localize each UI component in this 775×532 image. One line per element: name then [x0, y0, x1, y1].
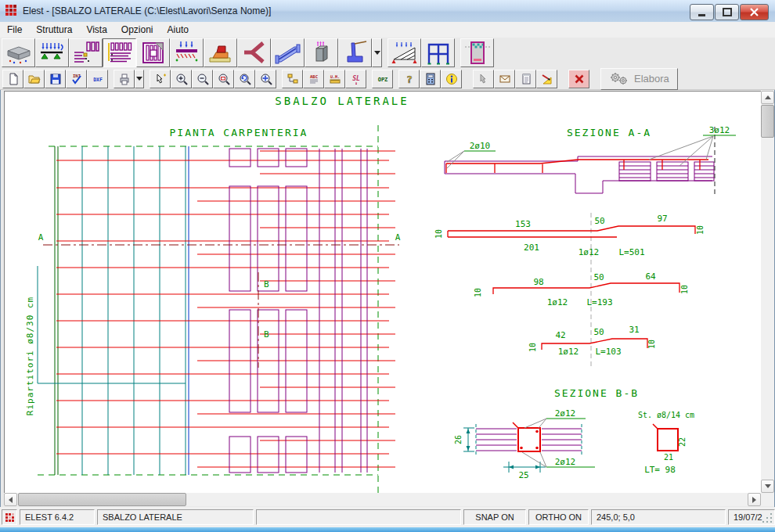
elabora-button[interactable]: Elabora [600, 68, 678, 90]
status-ortho-toggle[interactable]: ORTHO ON [528, 509, 589, 525]
tool-knee-beam-button[interactable] [237, 38, 271, 67]
print-button[interactable] [114, 70, 135, 88]
tool-slab-blocks-button[interactable] [136, 38, 170, 67]
open-folder-icon [28, 73, 41, 85]
minimize-button[interactable] [690, 4, 714, 20]
tool-slab-loads-button[interactable] [170, 38, 204, 67]
delete-button[interactable] [568, 70, 589, 88]
disabled-pointer-button[interactable] [473, 70, 494, 88]
menu-opzioni[interactable]: Opzioni [114, 23, 160, 37]
menu-aiuto[interactable]: Aiuto [160, 23, 196, 37]
tool-stairs-button[interactable] [204, 38, 237, 67]
tool-truss-button[interactable] [388, 38, 421, 67]
print-dropdown[interactable] [135, 70, 144, 88]
help-button[interactable]: ? [398, 70, 420, 88]
report-button[interactable] [515, 70, 536, 88]
zoom-out-button[interactable] [192, 70, 213, 88]
drawing-main-title: SBALZO LATERALE [275, 95, 409, 107]
frame-icon [424, 41, 452, 66]
text-settings-button[interactable]: ABC [303, 70, 324, 88]
sec-a-title: SEZIONE A-A [567, 127, 651, 138]
dxf-export-button[interactable]: DXF [87, 70, 108, 88]
bar2-hook-left: 10 [474, 288, 482, 297]
sec-a-bars-right-label: 3ø12 [709, 125, 730, 135]
tool-beam-elevation-button[interactable] [271, 38, 305, 67]
bar-detail-1: 153 50 97 201 10 10 1ø12 L=501 [434, 214, 705, 257]
titlebar[interactable]: Elest - [SBALZO LATERALE (C:\Elest\Lavor… [0, 0, 775, 23]
save-file-button[interactable] [45, 70, 66, 88]
scrollbar-corner [761, 493, 774, 506]
status-snap-toggle[interactable]: SNAP ON [463, 509, 526, 525]
status-logo-panel [2, 509, 17, 525]
structure-toolbar [0, 38, 775, 69]
tool-retaining-wall-button[interactable] [338, 38, 372, 67]
stirrup-height: 22 [678, 437, 687, 447]
scroll-up-button[interactable] [761, 91, 774, 104]
bar2-hook-right: 10 [680, 285, 689, 294]
horizontal-scroll-thumb[interactable] [18, 493, 186, 506]
tool-column-button[interactable] [305, 38, 338, 67]
bar1-hook-right: 10 [696, 225, 705, 235]
standard-toolbar: INI DXF [0, 68, 775, 90]
restore-button[interactable] [715, 4, 739, 20]
tool-plinth-button[interactable] [2, 38, 35, 67]
bar1-dim-under: 201 [524, 243, 539, 253]
project-tree-button[interactable] [282, 70, 303, 88]
ini-settings-button[interactable]: INI [66, 70, 87, 88]
close-button[interactable] [740, 4, 769, 20]
scroll-left-button[interactable] [4, 493, 17, 506]
save-floppy-icon [49, 73, 62, 85]
scroll-right-button[interactable] [748, 493, 761, 506]
horizontal-scrollbar[interactable] [4, 493, 761, 506]
scroll-down-button[interactable] [761, 480, 774, 493]
chevron-down-icon [374, 51, 380, 55]
new-file-icon [7, 73, 20, 85]
zoom-in-button[interactable] [171, 70, 192, 88]
zoom-window-icon [218, 73, 230, 85]
plan-distribution-bars [38, 146, 189, 475]
elest-logo-icon [5, 513, 14, 522]
resize-grip[interactable] [762, 512, 773, 523]
options-button[interactable]: OPZ [372, 70, 393, 88]
bar3-spec: 1ø12 [558, 347, 579, 357]
units-button[interactable]: U.M. [324, 70, 345, 88]
retaining-wall-dropdown[interactable] [372, 38, 382, 67]
arrow-down-icon [765, 484, 771, 488]
bar3-hook-right: 10 [647, 340, 656, 349]
bar3-dim-right: 31 [629, 325, 639, 335]
tool-beam-loads-button[interactable] [35, 38, 69, 67]
zoom-extents-button[interactable] [255, 70, 276, 88]
section-a-label-left: A [38, 232, 44, 243]
ini-check-icon: INI [70, 73, 83, 85]
zoom-previous-button[interactable] [234, 70, 255, 88]
draw-settings-button[interactable] [536, 70, 557, 88]
tool-joist-slab-button[interactable] [103, 38, 136, 67]
vertical-scroll-thumb[interactable] [761, 105, 774, 138]
status-coordinates: 245,0; 5,0 [591, 509, 726, 525]
menu-struttura[interactable]: Struttura [29, 23, 79, 37]
plan-rebar-lines [56, 151, 395, 467]
tool-floor-plan-button[interactable] [69, 38, 103, 67]
envelope-icon [499, 73, 511, 85]
zoom-window-button[interactable] [213, 70, 234, 88]
menu-file[interactable]: File [0, 23, 29, 37]
open-file-button[interactable] [23, 70, 45, 88]
sec-b-dim-width: 25 [518, 470, 528, 480]
calculator-icon [424, 73, 437, 85]
calculator-button[interactable] [420, 70, 441, 88]
drawing-area[interactable]: SBALZO LATERALE PIANTA CARPENTERIA [4, 91, 761, 493]
menu-vista[interactable]: Vista [79, 23, 114, 37]
send-mail-button[interactable] [494, 70, 515, 88]
bar3-length: L=103 [595, 347, 621, 357]
tool-wall-section-button[interactable] [460, 38, 494, 67]
pointer-select-button[interactable] [150, 70, 171, 88]
vertical-scrollbar[interactable] [761, 91, 774, 493]
about-info-button[interactable] [441, 70, 462, 88]
sl-settings-button[interactable]: SL [345, 70, 366, 88]
sec-a-bars-left-label: 2ø10 [470, 141, 491, 151]
bar1-length: L=501 [618, 247, 644, 257]
tool-frame-button[interactable] [421, 38, 455, 67]
sec-b-dim-arrows [467, 429, 541, 469]
sec-b-dim-height: 26 [454, 435, 463, 444]
new-file-button[interactable] [2, 70, 23, 88]
